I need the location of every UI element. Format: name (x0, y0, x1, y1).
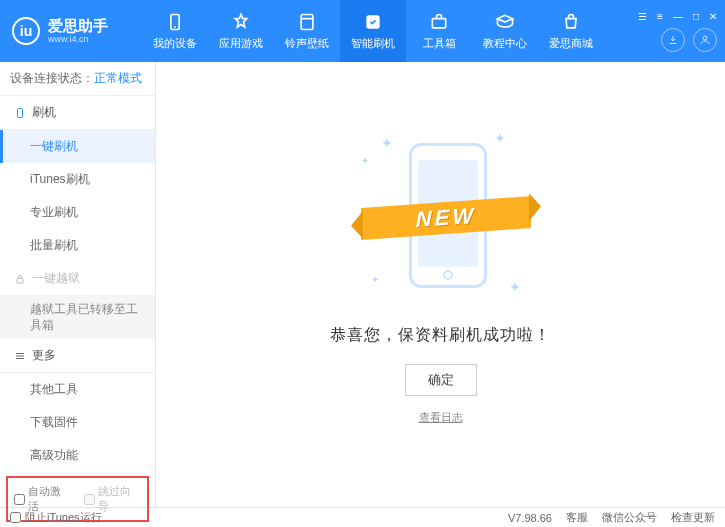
nav-label: 教程中心 (483, 36, 527, 51)
sidebar-item-itunes-flash[interactable]: iTunes刷机 (0, 163, 155, 196)
sidebar-item-advanced[interactable]: 高级功能 (0, 439, 155, 472)
download-button[interactable] (661, 28, 685, 52)
close-icon[interactable]: ✕ (709, 11, 717, 22)
nav-label: 铃声壁纸 (285, 36, 329, 51)
sidebar-item-download-firmware[interactable]: 下载固件 (0, 406, 155, 439)
app-header: iu 爱思助手 www.i4.cn 我的设备 应用游戏 铃声壁纸 智能刷机 工具… (0, 0, 725, 62)
checkbox-block-itunes[interactable]: 阻止iTunes运行 (10, 510, 102, 525)
svg-rect-7 (18, 108, 23, 117)
svg-rect-5 (432, 18, 445, 27)
sidebar-section-more[interactable]: 更多 (0, 339, 155, 373)
nav-tutorials[interactable]: 教程中心 (472, 0, 538, 62)
ok-button[interactable]: 确定 (405, 364, 477, 396)
svg-point-6 (703, 36, 707, 40)
sidebar-jailbreak-note: 越狱工具已转移至工具箱 (0, 296, 155, 339)
minimize-icon[interactable]: — (673, 11, 683, 22)
logo-area: iu 爱思助手 www.i4.cn (12, 17, 142, 45)
top-nav: 我的设备 应用游戏 铃声壁纸 智能刷机 工具箱 教程中心 爱思商城 (142, 0, 604, 62)
sidebar-item-pro-flash[interactable]: 专业刷机 (0, 196, 155, 229)
lock-icon[interactable]: ☰ (638, 11, 647, 22)
app-title: 爱思助手 (48, 18, 108, 35)
nav-apps[interactable]: 应用游戏 (208, 0, 274, 62)
new-ribbon: NEW (361, 197, 531, 239)
maximize-icon[interactable]: □ (693, 11, 699, 22)
success-illustration: ✦ ✦ ✦ ✦ ✦ NEW (351, 125, 531, 305)
footer-link-update[interactable]: 检查更新 (671, 510, 715, 525)
menu-icon (14, 350, 26, 362)
footer-link-wechat[interactable]: 微信公众号 (602, 510, 657, 525)
nav-my-device[interactable]: 我的设备 (142, 0, 208, 62)
view-log-link[interactable]: 查看日志 (419, 410, 463, 425)
app-url: www.i4.cn (48, 34, 108, 44)
version-label: V7.98.66 (508, 512, 552, 524)
sidebar: 设备连接状态：正常模式 刷机 一键刷机 iTunes刷机 专业刷机 批量刷机 一… (0, 62, 156, 507)
nav-label: 爱思商城 (549, 36, 593, 51)
connection-status: 设备连接状态：正常模式 (0, 62, 155, 96)
window-controls: ☰ ≡ — □ ✕ (638, 11, 717, 22)
sidebar-item-batch-flash[interactable]: 批量刷机 (0, 229, 155, 262)
nav-ringtones[interactable]: 铃声壁纸 (274, 0, 340, 62)
svg-rect-2 (301, 14, 313, 29)
sidebar-section-jailbreak: 一键越狱 (0, 262, 155, 296)
logo-icon: iu (12, 17, 40, 45)
menu-icon[interactable]: ≡ (657, 11, 663, 22)
nav-label: 我的设备 (153, 36, 197, 51)
svg-rect-8 (17, 278, 23, 283)
footer-link-support[interactable]: 客服 (566, 510, 588, 525)
main-content: ✦ ✦ ✦ ✦ ✦ NEW 恭喜您，保资料刷机成功啦！ 确定 查看日志 (156, 62, 725, 507)
lock-icon (14, 273, 26, 285)
nav-store[interactable]: 爱思商城 (538, 0, 604, 62)
user-button[interactable] (693, 28, 717, 52)
nav-flash[interactable]: 智能刷机 (340, 0, 406, 62)
sidebar-item-oneclick-flash[interactable]: 一键刷机 (0, 130, 155, 163)
sidebar-item-other-tools[interactable]: 其他工具 (0, 373, 155, 406)
sidebar-section-flash[interactable]: 刷机 (0, 96, 155, 130)
nav-toolbox[interactable]: 工具箱 (406, 0, 472, 62)
success-message: 恭喜您，保资料刷机成功啦！ (330, 325, 551, 346)
nav-label: 智能刷机 (351, 36, 395, 51)
nav-label: 应用游戏 (219, 36, 263, 51)
phone-icon (14, 107, 26, 119)
nav-label: 工具箱 (423, 36, 456, 51)
